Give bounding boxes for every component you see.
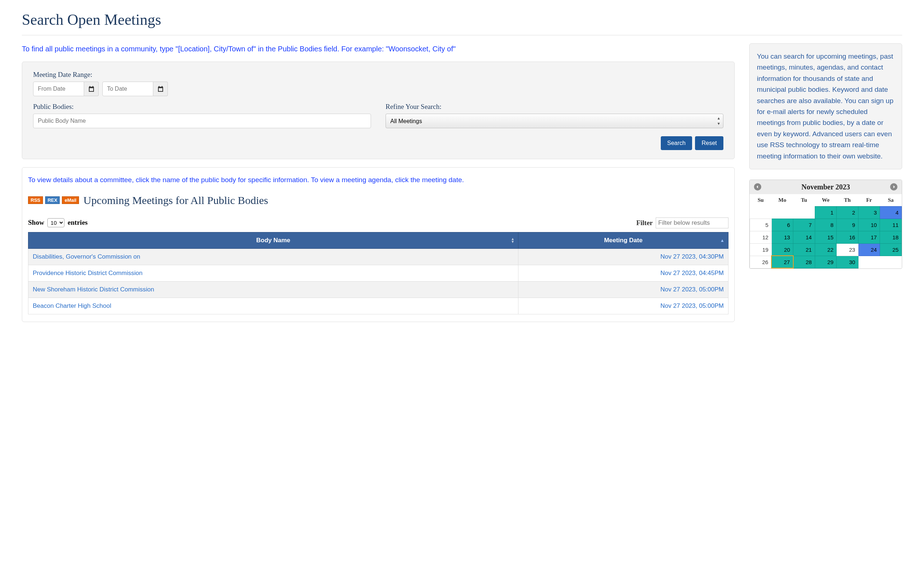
calendar-day[interactable]: 28 (793, 256, 815, 268)
calendar-day[interactable]: 17 (858, 231, 880, 243)
calendar-day[interactable]: 24 (858, 243, 880, 256)
info-text: You can search for upcoming meetings, pa… (757, 51, 895, 162)
calendar-day-header: Sa (880, 194, 902, 206)
calendar-day[interactable]: 11 (880, 219, 902, 231)
page-title: Search Open Meetings (22, 11, 902, 28)
divider (22, 35, 902, 35)
calendar-day-header: Mo (771, 194, 793, 206)
calendar-day: 19 (750, 243, 772, 256)
calendar-day[interactable]: 7 (793, 219, 815, 231)
meeting-date-link[interactable]: Nov 27 2023, 04:45PM (518, 265, 728, 281)
table-row: Providence Historic District CommissionN… (28, 265, 728, 281)
show-label: Show (28, 219, 44, 226)
calendar-day: 5 (750, 219, 772, 231)
calendar-day[interactable]: 13 (771, 231, 793, 243)
table-row: Disabilities, Governor's Commission onNo… (28, 248, 728, 265)
rex-badge[interactable]: REX (45, 196, 60, 204)
calendar-empty (793, 206, 815, 219)
results-hint: To view details about a committee, click… (28, 175, 728, 185)
calendar-icon (157, 86, 164, 92)
from-date-input[interactable] (33, 82, 84, 96)
calendar-day[interactable]: 22 (815, 243, 837, 256)
calendar-day-header: Fr (858, 194, 880, 206)
calendar-day[interactable]: 16 (837, 231, 858, 243)
calendar-day-header: Th (837, 194, 858, 206)
date-range-label: Meeting Date Range: (33, 71, 723, 79)
calendar-next-button[interactable] (890, 183, 897, 190)
calendar-day-header: Tu (793, 194, 815, 206)
calendar-day[interactable]: 3 (858, 206, 880, 219)
body-name-link[interactable]: Beacon Charter High School (28, 298, 518, 314)
calendar-empty (880, 256, 902, 268)
calendar-day[interactable]: 27 (771, 256, 793, 268)
table-row: New Shoreham Historic District Commissio… (28, 281, 728, 298)
upcoming-meetings-title: Upcoming Meetings for All Public Bodies (84, 194, 268, 206)
public-body-input[interactable] (33, 114, 371, 128)
calendar-day[interactable]: 1 (815, 206, 837, 219)
email-badge[interactable]: eMail (62, 196, 79, 204)
calendar-day[interactable]: 30 (837, 256, 858, 268)
from-date-calendar-button[interactable] (84, 82, 99, 96)
calendar-widget: November 2023 SuMoTuWeThFrSa 12345678910… (749, 180, 902, 269)
sort-asc-icon: ▲ (720, 238, 725, 243)
calendar-icon (88, 86, 94, 92)
filter-input[interactable] (656, 218, 728, 228)
entries-label: entries (68, 219, 88, 226)
calendar-title: November 2023 (801, 183, 850, 191)
refine-select[interactable]: All Meetings (386, 114, 723, 128)
calendar-day: 23 (837, 243, 858, 256)
col-meeting-date[interactable]: Meeting Date ▲ (518, 232, 728, 248)
calendar-day-header: Su (750, 194, 772, 206)
to-date-calendar-button[interactable] (153, 82, 168, 96)
reset-button[interactable]: Reset (695, 136, 723, 150)
calendar-day[interactable]: 29 (815, 256, 837, 268)
calendar-empty (750, 206, 772, 219)
calendar-day: 12 (750, 231, 772, 243)
search-button[interactable]: Search (661, 136, 693, 150)
refine-label: Refine Your Search: (386, 103, 723, 111)
body-name-link[interactable]: New Shoreham Historic District Commissio… (28, 281, 518, 298)
calendar-day[interactable]: 20 (771, 243, 793, 256)
calendar-day[interactable]: 6 (771, 219, 793, 231)
calendar-day-header: We (815, 194, 837, 206)
public-bodies-label: Public Bodies: (33, 103, 371, 111)
table-row: Beacon Charter High SchoolNov 27 2023, 0… (28, 298, 728, 314)
body-name-link[interactable]: Disabilities, Governor's Commission on (28, 248, 518, 265)
chevron-right-icon (892, 185, 895, 189)
calendar-day[interactable]: 2 (837, 206, 858, 219)
results-panel: To view details about a committee, click… (22, 167, 735, 322)
calendar-day[interactable]: 4 (880, 206, 902, 219)
rss-badge[interactable]: RSS (28, 196, 43, 204)
sort-icon: ▲▼ (511, 237, 514, 243)
chevron-left-icon (756, 185, 759, 189)
calendar-day[interactable]: 18 (880, 231, 902, 243)
meeting-date-link[interactable]: Nov 27 2023, 05:00PM (518, 298, 728, 314)
meetings-table: Body Name ▲▼ Meeting Date ▲ Disabilities… (28, 232, 728, 314)
search-hint: To find all public meetings in a communi… (22, 44, 735, 54)
filter-label: Filter (636, 219, 653, 227)
calendar-day[interactable]: 8 (815, 219, 837, 231)
meeting-date-link[interactable]: Nov 27 2023, 04:30PM (518, 248, 728, 265)
search-panel: Meeting Date Range: Public Bodi (22, 61, 735, 159)
to-date-input[interactable] (102, 82, 153, 96)
meeting-date-link[interactable]: Nov 27 2023, 05:00PM (518, 281, 728, 298)
calendar-day[interactable]: 25 (880, 243, 902, 256)
calendar-day[interactable]: 9 (837, 219, 858, 231)
calendar-day[interactable]: 21 (793, 243, 815, 256)
calendar-day[interactable]: 15 (815, 231, 837, 243)
calendar-day[interactable]: 14 (793, 231, 815, 243)
body-name-link[interactable]: Providence Historic District Commission (28, 265, 518, 281)
col-body-name[interactable]: Body Name ▲▼ (28, 232, 518, 248)
calendar-day: 26 (750, 256, 772, 268)
calendar-empty (771, 206, 793, 219)
calendar-empty (858, 256, 880, 268)
calendar-prev-button[interactable] (754, 183, 761, 190)
info-panel: You can search for upcoming meetings, pa… (749, 44, 902, 169)
entries-select[interactable]: 10 (47, 218, 64, 227)
calendar-day[interactable]: 10 (858, 219, 880, 231)
